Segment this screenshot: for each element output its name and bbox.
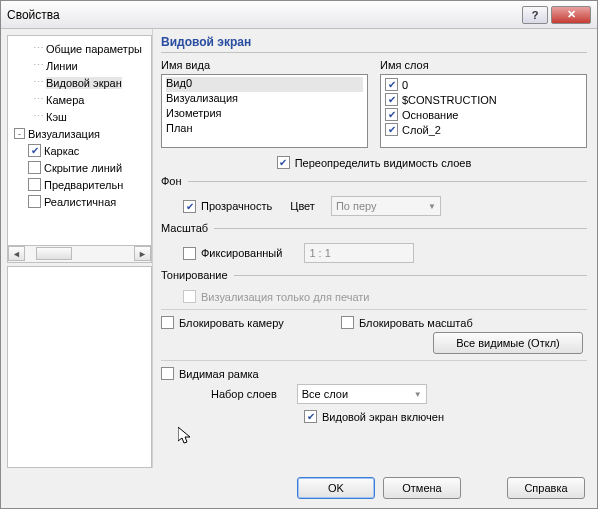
window-title: Свойства	[7, 8, 519, 22]
tree-item[interactable]: ⋯Линии	[8, 57, 151, 74]
sidebar: ⋯Общие параметры⋯Линии⋯Видовой экран⋯Кам…	[1, 29, 153, 468]
collapse-icon[interactable]: -	[14, 128, 25, 139]
chevron-down-icon: ▼	[428, 202, 436, 211]
tree-item[interactable]: ✔Каркас	[8, 142, 151, 159]
color-combo[interactable]: По перу▼	[331, 196, 441, 216]
list-item[interactable]: ✔0	[385, 77, 582, 92]
close-button[interactable]: ✕	[551, 6, 591, 24]
help-titlebar-button[interactable]: ?	[522, 6, 548, 24]
ok-button[interactable]: OK	[297, 477, 375, 499]
tree-checkbox[interactable]: ✔	[28, 144, 41, 157]
print-only-checkbox: Визуализация только для печати	[183, 290, 369, 303]
list-item[interactable]: ✔Слой_2	[385, 122, 582, 137]
tree-checkbox[interactable]	[28, 178, 41, 191]
tree-item[interactable]: ⋯Камера	[8, 91, 151, 108]
list-item[interactable]: ✔$CONSTRUCTION	[385, 92, 582, 107]
tree-item[interactable]: ⋯Видовой экран	[8, 74, 151, 91]
override-layers-checkbox[interactable]: ✔ Переопределить видимость слоев	[277, 156, 472, 169]
help-button[interactable]: Справка	[507, 477, 585, 499]
scroll-right-icon[interactable]: ►	[134, 246, 151, 261]
tree-item[interactable]: -Визуализация	[8, 125, 151, 142]
titlebar: Свойства ? ✕	[1, 1, 597, 29]
view-name-list[interactable]: Вид0ВизуализацияИзометрияПлан	[161, 74, 368, 148]
list-item[interactable]: Вид0	[166, 77, 363, 92]
view-name-label: Имя вида	[161, 59, 368, 71]
category-tree[interactable]: ⋯Общие параметры⋯Линии⋯Видовой экран⋯Кам…	[7, 35, 152, 246]
layer-name-label: Имя слоя	[380, 59, 587, 71]
visible-frame-checkbox[interactable]: Видимая рамка	[161, 367, 259, 380]
background-section-label: Фон	[161, 175, 182, 187]
layer-set-combo[interactable]: Все слои▼	[297, 384, 427, 404]
tree-item[interactable]: ⋯Кэш	[8, 108, 151, 125]
all-visible-button[interactable]: Все видимые (Откл)	[433, 332, 583, 354]
viewport-on-checkbox[interactable]: ✔Видовой экран включен	[304, 410, 444, 423]
layer-name-list[interactable]: ✔0✔$CONSTRUCTION✔Основание✔Слой_2	[380, 74, 587, 148]
list-item[interactable]: План	[166, 122, 363, 137]
tree-checkbox[interactable]	[28, 195, 41, 208]
scroll-left-icon[interactable]: ◄	[8, 246, 25, 261]
page-title: Видовой экран	[161, 35, 587, 53]
tree-item[interactable]: Реалистичная	[8, 193, 151, 210]
override-layers-label: Переопределить видимость слоев	[295, 157, 472, 169]
toning-section-label: Тонирование	[161, 269, 228, 281]
cancel-button[interactable]: Отмена	[383, 477, 461, 499]
lock-scale-checkbox[interactable]: Блокировать масштаб	[341, 316, 473, 329]
scale-value-combo: 1 : 1	[304, 243, 414, 263]
tree-h-scrollbar[interactable]: ◄ ►	[7, 246, 152, 263]
list-item[interactable]: ✔Основание	[385, 107, 582, 122]
tree-item[interactable]: ⋯Общие параметры	[8, 40, 151, 57]
main-panel: Видовой экран Имя вида Вид0ВизуализацияИ…	[153, 29, 597, 468]
lock-camera-checkbox[interactable]: Блокировать камеру	[161, 316, 341, 329]
transparency-checkbox[interactable]: ✔ Прозрачность	[183, 200, 272, 213]
scale-section-label: Масштаб	[161, 222, 208, 234]
list-item[interactable]: Визуализация	[166, 92, 363, 107]
button-bar: OK Отмена Справка	[1, 468, 597, 508]
tree-checkbox[interactable]	[28, 161, 41, 174]
tree-item[interactable]: Скрытие линий	[8, 159, 151, 176]
scale-fixed-checkbox[interactable]: Фиксированный	[183, 247, 282, 260]
tree-item[interactable]: Предварительн	[8, 176, 151, 193]
chevron-down-icon: ▼	[414, 390, 422, 399]
list-item[interactable]: Изометрия	[166, 107, 363, 122]
scroll-thumb[interactable]	[36, 247, 72, 260]
layer-set-label: Набор слоев	[211, 388, 277, 400]
color-label: Цвет	[290, 200, 315, 212]
detail-pane	[7, 266, 152, 469]
